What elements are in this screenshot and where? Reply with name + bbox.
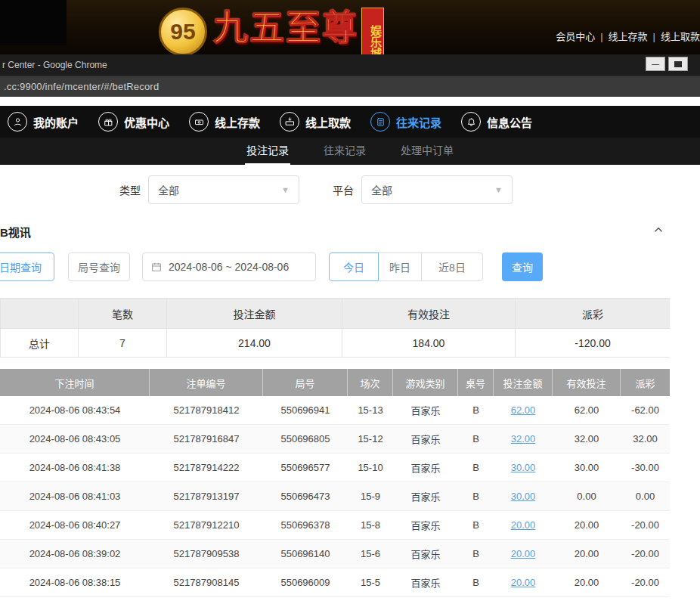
brand-tag: 娱乐城 (361, 8, 384, 54)
bet-amount-cell: 30.00 (494, 454, 553, 482)
bet-time-cell: 2024-08-06 08:39:02 (0, 540, 150, 568)
recent-8-days-button[interactable]: 近8日 (421, 252, 483, 281)
table-row: 2024-08-06 08:39:02521787909538550696140… (0, 540, 670, 568)
game-type-cell: 百家乐 (393, 396, 458, 425)
yesterday-button[interactable]: 昨日 (378, 252, 422, 281)
collapse-chevron-icon[interactable] (652, 223, 665, 240)
round-number-cell: 550696140 (263, 540, 348, 568)
table-body: 2024-08-06 08:43:54521787918412550696941… (0, 396, 670, 597)
bet-amount-cell: 20.00 (494, 511, 553, 540)
round-query-button[interactable]: 局号查询 (68, 252, 130, 281)
deposit-icon (189, 112, 209, 132)
tab-pending-orders[interactable]: 处理中订单 (399, 138, 455, 165)
table-row: 2024-08-06 08:43:05521787916847550696805… (0, 425, 670, 454)
nav-item-deposit[interactable]: 线上存款 (189, 112, 260, 132)
today-button[interactable]: 今日 (329, 252, 379, 281)
url-text: .cc:9900/infe/mcenter/#/betRecord (0, 81, 159, 92)
round-number-cell: 550696009 (263, 568, 348, 597)
payout-cell: 0.00 (621, 482, 670, 511)
round-number-cell: 550696805 (263, 425, 348, 454)
bet-amount-column-header: 投注金额 (494, 369, 553, 396)
member-center-link[interactable]: 会员中心 (556, 31, 595, 42)
nav-label: 我的账户 (33, 114, 79, 130)
summary-header-count: 笔数 (79, 299, 167, 329)
link-separator: | (653, 31, 655, 42)
nav-item-promotions[interactable]: 优惠中心 (98, 112, 169, 132)
payout-cell: -30.00 (621, 454, 670, 482)
table-number-cell: B (458, 511, 494, 540)
maximize-icon (674, 61, 682, 67)
order-number-cell: 521787916847 (150, 425, 263, 454)
platform-dropdown-value: 全部 (371, 182, 392, 197)
bet-time-cell: 2024-08-06 08:40:27 (0, 511, 150, 540)
summary-header-payout: 派彩 (516, 299, 670, 329)
table-row: 2024-08-06 08:43:54521787918412550696941… (0, 396, 670, 425)
tab-transaction-record[interactable]: 往来记录 (322, 138, 367, 165)
platform-dropdown[interactable]: 全部 ▼ (361, 175, 513, 204)
date-range-input[interactable]: 2024-08-06 ~ 2024-08-06 (142, 252, 316, 281)
valid-bet-cell: 0.00 (553, 482, 621, 511)
maximize-button[interactable] (668, 57, 688, 71)
coin-logo-icon: 95 (159, 8, 207, 54)
summary-table: 笔数 投注金额 有效投注 派彩 总计 7 214.00 184.00 -120.… (0, 298, 670, 358)
topnav-links: 会员中心|线上存款|线上取款 (556, 29, 700, 43)
summary-total-row: 总计 7 214.00 184.00 -120.00 (1, 329, 669, 358)
session-cell: 15-12 (348, 425, 393, 454)
table-row: 2024-08-06 08:41:03521787913197550696473… (0, 482, 670, 511)
nav-item-my-account[interactable]: 我的账户 (8, 112, 79, 132)
nav-label: 线上存款 (215, 114, 260, 130)
bet-amount-link[interactable]: 20.00 (511, 577, 536, 588)
bet-amount-link[interactable]: 62.00 (511, 404, 536, 416)
bet-amount-cell: 20.00 (494, 568, 553, 597)
user-icon (8, 112, 27, 132)
online-deposit-link[interactable]: 线上存款 (609, 31, 648, 42)
nav-item-announcements[interactable]: 信息公告 (461, 112, 532, 132)
tab-bet-record[interactable]: 投注记录 (245, 138, 290, 165)
round-number-column-header: 局号 (263, 369, 348, 396)
nav-item-withdraw[interactable]: 线上取款 (280, 112, 351, 132)
summary-header-row: 笔数 投注金额 有效投注 派彩 (1, 299, 669, 329)
table-number-cell: B (458, 454, 494, 482)
window-controls: — (646, 57, 688, 71)
table-number-cell: B (458, 568, 494, 597)
summary-payout-value: -120.00 (516, 329, 670, 358)
game-type-cell: 百家乐 (393, 540, 458, 568)
payout-cell: -20.00 (621, 568, 670, 597)
search-button[interactable]: 查询 (502, 252, 543, 281)
nav-label: 信息公告 (487, 114, 532, 130)
section-header: B视讯 (0, 218, 700, 245)
type-dropdown[interactable]: 全部 ▼ (148, 175, 299, 204)
valid-bet-cell: 30.00 (553, 454, 621, 482)
table-row: 2024-08-06 08:40:27521787912210550696378… (0, 511, 670, 540)
session-column-header: 场次 (348, 369, 393, 396)
payout-column-header: 派彩 (621, 369, 670, 396)
summary-bet-amount-value: 214.00 (167, 329, 342, 358)
link-separator: | (600, 31, 602, 42)
filter-bar: 类型 全部 ▼ 平台 全部 ▼ (0, 165, 700, 215)
bet-record-table: 下注时间注单编号局号场次游戏类别桌号投注金额有效投注派彩 2024-08-06 … (0, 369, 670, 597)
bet-amount-link[interactable]: 30.00 (511, 491, 536, 502)
bet-amount-cell: 20.00 (494, 540, 553, 568)
address-bar[interactable]: .cc:9900/infe/mcenter/#/betRecord (0, 76, 700, 97)
order-number-cell: 521787914222 (150, 454, 263, 482)
valid-bet-cell: 20.00 (553, 568, 621, 597)
valid-bet-cell: 20.00 (553, 540, 621, 568)
minimize-button[interactable]: — (646, 57, 665, 71)
type-filter-label: 类型 (119, 182, 141, 197)
date-query-button[interactable]: 日期查询 (0, 252, 54, 281)
bet-amount-link[interactable]: 32.00 (511, 433, 536, 444)
payout-cell: -62.00 (621, 396, 670, 425)
nav-item-transaction-records[interactable]: 往来记录 (370, 112, 441, 132)
online-withdraw-link[interactable]: 线上取款 (661, 31, 700, 42)
bet-amount-link[interactable]: 20.00 (511, 519, 536, 531)
records-icon (370, 112, 390, 132)
bet-amount-link[interactable]: 20.00 (511, 548, 536, 559)
bet-time-cell: 2024-08-06 08:41:03 (0, 482, 150, 511)
withdraw-icon (280, 112, 299, 132)
table-number-cell: B (458, 540, 494, 568)
page-content: 我的账户 优惠中心 线上存款 线上取款 往来记录 (0, 97, 700, 597)
summary-valid-bet-value: 184.00 (342, 329, 516, 358)
bet-amount-link[interactable]: 30.00 (511, 462, 536, 473)
round-number-cell: 550696378 (263, 511, 348, 540)
brand-logo: 95 九五至尊 娱乐城 (159, 3, 384, 54)
